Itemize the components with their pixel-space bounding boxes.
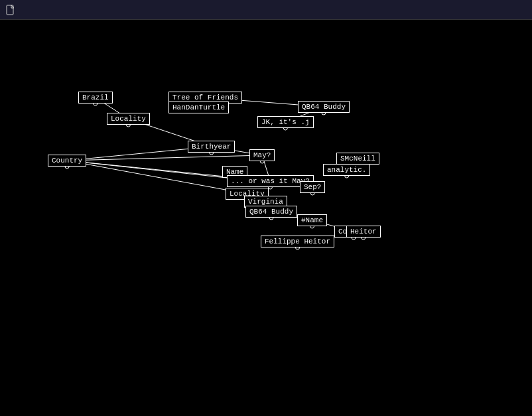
- node-sep[interactable]: Sep?: [300, 181, 325, 193]
- window-controls: [430, 0, 527, 20]
- node-country[interactable]: Country: [48, 155, 86, 167]
- node-heitor[interactable]: Heitor: [346, 226, 381, 238]
- minimize-button[interactable]: [430, 0, 460, 20]
- node-qb64_buddy2[interactable]: QB64 Buddy: [245, 206, 297, 218]
- file-icon: [5, 5, 16, 15]
- node-qb64_buddy1[interactable]: QB64 Buddy: [298, 101, 350, 113]
- titlebar: [0, 0, 532, 20]
- close-button[interactable]: [496, 0, 527, 20]
- connection-lines: [0, 20, 532, 416]
- graph-canvas[interactable]: BrazilTree of FriendsHanDanTurtleQB64 Bu…: [0, 20, 532, 416]
- node-brazil[interactable]: Brazil: [78, 92, 113, 104]
- node-handanturtle[interactable]: HanDanTurtle: [168, 102, 229, 113]
- node-may[interactable]: May?: [249, 149, 275, 161]
- node-name2[interactable]: #Name: [297, 214, 327, 226]
- node-smcneill[interactable]: SMcNeill: [336, 153, 379, 165]
- connection-line: [67, 161, 247, 194]
- node-jk_its[interactable]: JK, it's .j: [257, 116, 314, 128]
- titlebar-left: [5, 5, 20, 15]
- connection-line: [67, 155, 262, 161]
- node-birthyear[interactable]: Birthyear: [188, 141, 235, 153]
- maximize-button[interactable]: [463, 0, 494, 20]
- node-analytic[interactable]: analytic.: [323, 164, 370, 176]
- node-locality1[interactable]: Locality: [107, 113, 150, 125]
- node-fellippe_heitor[interactable]: Fellippe Heitor: [261, 236, 334, 247]
